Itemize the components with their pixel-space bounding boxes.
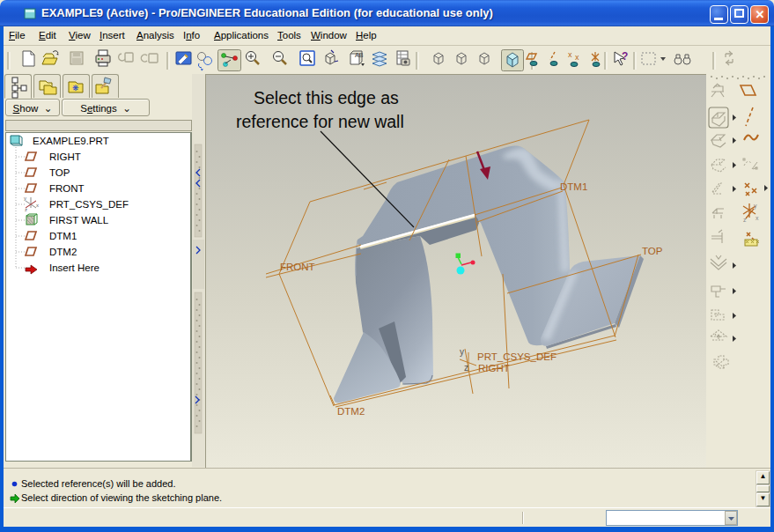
svg-text:y: y — [460, 347, 464, 357]
svg-text:reference for new wall: reference for new wall — [236, 112, 404, 131]
svg-text:TOP: TOP — [49, 167, 70, 178]
svg-text:z: z — [464, 363, 468, 373]
svg-text:Insert Here: Insert Here — [49, 262, 100, 273]
svg-text:x: x — [756, 215, 759, 221]
svg-text:DTM1: DTM1 — [560, 181, 587, 192]
svg-text:z: z — [743, 217, 747, 223]
svg-text:FRONT: FRONT — [280, 262, 315, 272]
svg-text:y: y — [24, 196, 26, 201]
svg-text:RIGHT: RIGHT — [49, 151, 81, 162]
svg-text:PRT_CSYS_DEF: PRT_CSYS_DEF — [477, 351, 557, 362]
svg-text:z: z — [25, 207, 27, 212]
svg-text:PRT_CSYS_DEF: PRT_CSYS_DEF — [49, 199, 129, 210]
svg-text:y: y — [754, 203, 757, 210]
svg-text:DTM2: DTM2 — [49, 247, 77, 257]
svg-text:Select this edge as: Select this edge as — [254, 88, 399, 107]
svg-text:DTM1: DTM1 — [49, 231, 77, 241]
svg-text:TOP: TOP — [642, 246, 663, 256]
svg-text:x: x — [36, 203, 39, 208]
svg-text:AB: AB — [355, 52, 364, 58]
svg-text:?: ? — [622, 50, 628, 63]
svg-text:x: x — [568, 50, 572, 59]
svg-text:FRONT: FRONT — [49, 183, 85, 194]
svg-text:x: x — [575, 53, 579, 62]
svg-text:RIGHT: RIGHT — [478, 363, 510, 373]
svg-text:DTM2: DTM2 — [337, 406, 365, 417]
svg-text:❋: ❋ — [72, 84, 79, 92]
svg-text:FIRST WALL: FIRST WALL — [49, 215, 109, 225]
svg-text:EXAMPLE9.PRT: EXAMPLE9.PRT — [33, 136, 109, 146]
